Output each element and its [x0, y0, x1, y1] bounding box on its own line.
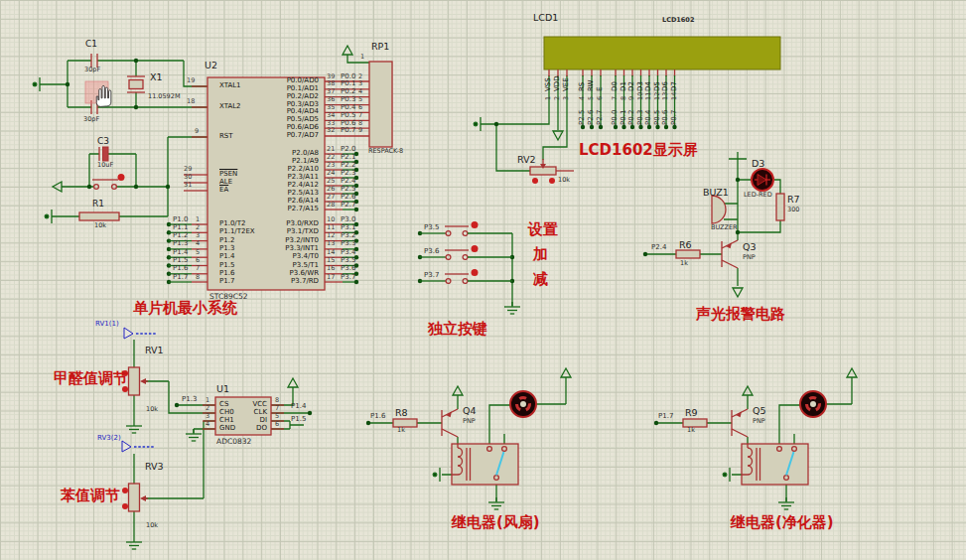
u1-part: ADC0832	[216, 438, 251, 446]
pot-rv3[interactable]	[122, 484, 148, 511]
pin-number: 4	[196, 240, 200, 247]
net-label: P2.1	[341, 154, 355, 161]
crystal-x1[interactable]	[127, 76, 145, 92]
pin-number: 1	[206, 397, 209, 404]
net-label: P2.6	[588, 110, 595, 125]
pin-label: P1.2	[219, 237, 234, 244]
pin-label: P3.3/INT1	[261, 245, 319, 252]
net-label: P3.7	[424, 272, 439, 279]
net-label: P3.5	[341, 257, 355, 264]
pin-number: 2	[358, 73, 362, 80]
pin-number: 3	[563, 96, 570, 100]
pin-number: 4	[206, 421, 209, 428]
pin-label: D5	[654, 81, 661, 91]
net-label: P1.5	[291, 416, 306, 423]
r7-ref: R7	[787, 195, 800, 205]
net-label: P1.2	[173, 232, 188, 239]
net-label: P2.5	[579, 110, 586, 125]
rv1-value: 10k	[146, 406, 158, 413]
lcd-part: LCD1602	[662, 17, 694, 24]
net-label: P1.3	[173, 240, 188, 247]
resistor-r6[interactable]	[676, 250, 700, 258]
d3-ref: D3	[752, 159, 764, 169]
x1-value: 11.0592M	[148, 93, 181, 100]
transistor-q5[interactable]	[732, 409, 748, 437]
rv2-value: 10k	[558, 177, 570, 184]
pin-label: P3.6/WR	[261, 270, 319, 277]
pin-label: P3.4/T0	[261, 253, 319, 260]
pin-number: 18	[187, 98, 195, 105]
net-label: P3.4	[341, 249, 355, 256]
q5-ref: Q5	[753, 406, 766, 416]
pin-number: 11	[327, 224, 335, 231]
pin-number: 39	[327, 73, 335, 80]
pin-label: P1.3	[219, 245, 234, 252]
r9-ref: R9	[685, 408, 698, 418]
transistor-q4[interactable]	[442, 409, 458, 437]
buz1-ref: BUZ1	[703, 188, 729, 198]
capacitor-c3[interactable]	[99, 147, 108, 161]
pin-label: RW	[588, 79, 595, 91]
d3-part: LED-RED	[744, 192, 772, 199]
pin-label: P1.5	[219, 262, 234, 269]
key-set-label: 设置	[528, 222, 558, 238]
buzzer-buz1[interactable]	[712, 196, 726, 223]
pin-number: 6	[597, 96, 604, 100]
pin-label: XTAL1	[219, 82, 241, 89]
relay-purifier[interactable]	[742, 444, 808, 485]
pin-label: P3.0/RXD	[261, 220, 319, 227]
pin-number: 34	[327, 112, 335, 119]
rv2-ref: RV2	[517, 155, 536, 165]
fan-motor[interactable]	[510, 391, 536, 417]
pin-label: D7	[671, 81, 678, 91]
net-label: P0.1	[621, 110, 627, 125]
pin-label: D6	[662, 81, 669, 91]
net-label: P3.6	[424, 248, 439, 255]
r8-ref: R8	[395, 408, 408, 418]
led-d3[interactable]	[752, 169, 773, 191]
purifier-motor[interactable]	[800, 391, 826, 417]
pin-number: 8	[358, 120, 362, 127]
pin-label: D2	[628, 81, 635, 91]
pin-number: 9	[195, 128, 199, 135]
net-label: P1.4	[173, 249, 188, 256]
x1-ref: X1	[150, 72, 163, 82]
net-label: P3.2	[341, 232, 355, 239]
r1-value: 10k	[94, 222, 106, 229]
c3-value: 10uF	[97, 162, 113, 169]
relay-fan[interactable]	[452, 444, 518, 485]
c2-value: 30pF	[83, 116, 99, 123]
pin-number: 12	[654, 92, 661, 100]
formaldehyde-adjust-label: 甲醛值调节	[54, 371, 128, 387]
pin-number: 5	[275, 413, 279, 420]
respack-rp1[interactable]	[369, 62, 392, 147]
pin-label: P0.7/AD7	[261, 132, 319, 139]
schematic-graphics	[0, 0, 966, 560]
pin-number: 15	[327, 257, 335, 264]
lcd-display[interactable]	[544, 37, 780, 70]
net-label: P0.5	[654, 110, 661, 125]
transistor-q3[interactable]	[722, 240, 738, 268]
net-label: P3.3	[341, 240, 355, 247]
pin-label: P1.0/T2	[219, 220, 245, 227]
resistor-r7[interactable]	[776, 194, 784, 220]
net-label: P1.4	[291, 403, 306, 410]
pin-label: EA	[219, 187, 228, 194]
pin-label: D1	[621, 81, 627, 91]
net-label: P3.1	[341, 224, 355, 231]
pin-number: 7	[275, 405, 279, 412]
rp1-part: RESPACK-8	[368, 148, 403, 155]
resistor-r1[interactable]	[79, 212, 119, 220]
r7-value: 300	[787, 207, 799, 213]
pin-label: P3.5/T1	[261, 262, 319, 269]
net-label: P0.6	[662, 110, 669, 125]
rp1-ref: RP1	[371, 42, 389, 52]
pin-number: 38	[327, 80, 335, 87]
alarm-section-label: 声光报警电路	[696, 307, 785, 323]
net-label: P3.6	[341, 265, 355, 272]
pin-number: 36	[327, 96, 335, 103]
pin-label: P2.7/A15	[261, 206, 319, 212]
net-label: P3.5	[424, 224, 439, 231]
pin-label: P1.6	[219, 270, 234, 277]
net-label: P0.0	[612, 110, 619, 125]
